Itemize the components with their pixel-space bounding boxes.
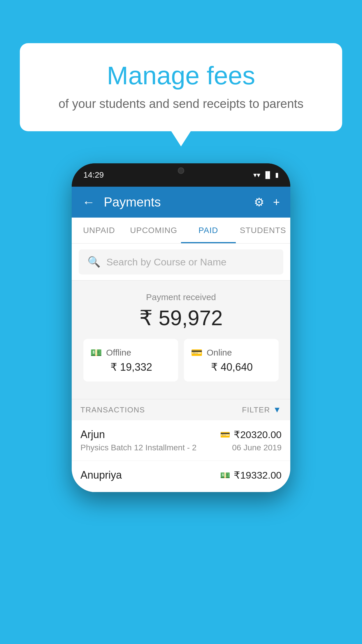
speech-bubble-subtitle: of your students and send receipts to pa… xyxy=(43,97,319,111)
tab-unpaid[interactable]: UNPAID xyxy=(72,218,126,243)
transaction-amount-wrap: 💵 ₹19332.00 xyxy=(220,469,282,481)
filter-button[interactable]: FILTER ▼ xyxy=(242,405,282,414)
camera xyxy=(178,167,184,174)
clock: 14:29 xyxy=(83,170,104,180)
back-button[interactable]: ← xyxy=(82,195,95,209)
signal-icon: ▐▌ xyxy=(263,171,272,179)
wifi-icon: ▾▾ xyxy=(253,171,260,179)
online-label: Online xyxy=(207,348,232,358)
settings-icon[interactable]: ⚙ xyxy=(254,195,264,209)
search-icon: 🔍 xyxy=(87,256,101,268)
filter-icon: ▼ xyxy=(273,405,282,414)
transaction-amount: ₹20320.00 xyxy=(234,429,282,440)
phone-screen: ← Payments ⚙ + UNPAID UPCOMING PAID STUD… xyxy=(72,187,290,492)
offline-card: 💵 Offline ₹ 19,332 xyxy=(83,339,178,382)
payment-total-amount: ₹ 59,972 xyxy=(80,306,282,330)
offline-label: Offline xyxy=(106,348,131,358)
battery-icon: ▮ xyxy=(275,171,279,179)
transaction-amount-wrap: 💳 ₹20320.00 xyxy=(220,429,282,440)
speech-bubble: Manage fees of your students and send re… xyxy=(20,43,342,131)
header-icons: ⚙ + xyxy=(254,195,280,209)
transaction-name: Arjun xyxy=(80,428,105,441)
notch xyxy=(158,163,204,178)
status-icons: ▾▾ ▐▌ ▮ xyxy=(253,171,279,179)
transaction-course: Physics Batch 12 Installment - 2 xyxy=(80,443,196,452)
transaction-name: Anupriya xyxy=(80,469,122,481)
tab-paid[interactable]: PAID xyxy=(181,218,236,243)
phone-frame: 14:29 ▾▾ ▐▌ ▮ ← Payments ⚙ + UNPAID UPCO… xyxy=(72,163,290,492)
transaction-amount: ₹19332.00 xyxy=(234,469,282,481)
filter-label: FILTER xyxy=(242,405,270,414)
add-icon[interactable]: + xyxy=(273,196,280,209)
payment-type-icon: 💳 xyxy=(220,430,230,440)
tab-upcoming[interactable]: UPCOMING xyxy=(126,218,181,243)
offline-amount: ₹ 19,332 xyxy=(90,361,171,373)
card-icon: 💳 xyxy=(191,347,203,358)
payment-summary: Payment received ₹ 59,972 💵 Offline ₹ 19… xyxy=(72,281,290,399)
online-card: 💳 Online ₹ 40,640 xyxy=(184,339,279,382)
transactions-header: TRANSACTIONS FILTER ▼ xyxy=(72,399,290,420)
table-row[interactable]: Anupriya 💵 ₹19332.00 xyxy=(72,461,290,492)
page-title: Payments xyxy=(104,195,245,209)
payment-cards: 💵 Offline ₹ 19,332 💳 Online ₹ 40,640 xyxy=(80,339,282,390)
speech-bubble-title: Manage fees xyxy=(43,61,319,90)
payment-received-label: Payment received xyxy=(80,292,282,302)
table-row[interactable]: Arjun 💳 ₹20320.00 Physics Batch 12 Insta… xyxy=(72,420,290,461)
app-header: ← Payments ⚙ + xyxy=(72,187,290,218)
tab-students[interactable]: STUDENTS xyxy=(236,218,291,243)
search-container: 🔍 Search by Course or Name xyxy=(72,244,290,281)
tab-bar: UNPAID UPCOMING PAID STUDENTS xyxy=(72,218,290,244)
online-amount: ₹ 40,640 xyxy=(191,361,272,373)
transactions-label: TRANSACTIONS xyxy=(80,405,145,414)
payment-type-icon: 💵 xyxy=(220,470,230,480)
search-placeholder: Search by Course or Name xyxy=(106,256,226,268)
cash-icon: 💵 xyxy=(90,347,102,358)
transaction-date: 06 June 2019 xyxy=(232,443,282,452)
search-box[interactable]: 🔍 Search by Course or Name xyxy=(79,249,283,274)
status-bar: 14:29 ▾▾ ▐▌ ▮ xyxy=(72,163,290,187)
